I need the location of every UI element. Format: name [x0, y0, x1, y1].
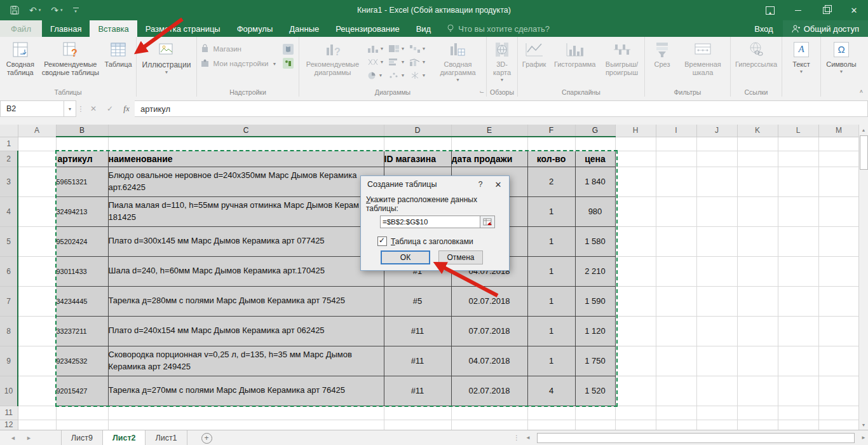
cell-date[interactable]: 02.07.2018 [451, 376, 527, 406]
col-header-I[interactable]: I [656, 125, 696, 137]
cell[interactable] [656, 137, 696, 151]
scroll-right-icon[interactable]: ► [859, 435, 868, 441]
cell-name[interactable]: Тарелка д=270мм с полями Марс Дымов Кера… [108, 376, 384, 406]
cell-date[interactable]: 04.07.2018 [451, 346, 527, 376]
cell[interactable] [18, 167, 56, 196]
text-button[interactable]: A Текст ▼ [784, 38, 818, 76]
cell[interactable] [656, 196, 696, 226]
cell[interactable] [778, 226, 818, 256]
cell[interactable] [451, 137, 527, 151]
col-header-A[interactable]: A [18, 125, 56, 137]
cell[interactable] [696, 137, 737, 151]
combo-chart-button[interactable]: ▼ [409, 56, 429, 67]
sparkline-winloss-button[interactable]: Выигрыш/ проигрыш [600, 38, 644, 79]
collapse-ribbon-icon[interactable]: ˄ [860, 88, 863, 95]
cell[interactable] [737, 376, 778, 406]
cancel-button[interactable]: Отмена [438, 250, 483, 264]
name-box-dropdown-icon[interactable]: ▼ [64, 100, 76, 117]
undo-dropdown-icon[interactable]: ▾ [39, 8, 41, 13]
name-box[interactable]: B2 [0, 100, 64, 117]
select-all-corner[interactable] [0, 125, 18, 137]
cell[interactable] [696, 376, 737, 406]
cell[interactable] [737, 256, 778, 286]
radar-chart-button[interactable]: ▼ [367, 56, 387, 67]
cell-date[interactable]: 07.07.2018 [451, 316, 527, 346]
cell[interactable] [778, 256, 818, 286]
tab-data[interactable]: Данные [281, 20, 327, 37]
cell[interactable] [384, 406, 451, 420]
row-header-8[interactable]: 8 [0, 316, 18, 346]
insert-function-icon[interactable]: fx [118, 100, 135, 117]
sheet-tab-list2[interactable]: Лист2 [103, 430, 146, 445]
row-header-4[interactable]: 4 [0, 196, 18, 226]
cell-qty[interactable]: 1 [527, 196, 575, 226]
tab-review[interactable]: Рецензирование [327, 20, 407, 37]
cell[interactable] [737, 286, 778, 316]
cell[interactable] [18, 196, 56, 226]
cell[interactable] [656, 167, 696, 196]
cell[interactable] [615, 226, 656, 256]
horizontal-scroll-thumb[interactable] [537, 433, 855, 443]
cell[interactable] [818, 406, 859, 420]
tab-insert[interactable]: Вставка [90, 20, 137, 37]
stock-chart-button[interactable]: ▼ [409, 69, 429, 81]
cell[interactable] [737, 137, 778, 151]
cell[interactable] [737, 167, 778, 196]
people-graph-addin-icon[interactable] [283, 58, 294, 69]
map3d-button[interactable]: 3D- карта ▼ [488, 38, 516, 85]
save-icon[interactable] [10, 6, 19, 15]
scroll-up-icon[interactable]: ▲ [859, 125, 868, 135]
cell[interactable] [18, 420, 56, 430]
tab-home[interactable]: Главная [42, 20, 90, 37]
cell-art[interactable]: 34234445 [56, 286, 108, 316]
tell-me-box[interactable]: Что вы хотите сделать? [447, 20, 550, 37]
cell-price[interactable]: 1 580 [575, 226, 615, 256]
symbols-button[interactable]: Ω Символы ▼ [822, 38, 860, 76]
vertical-scrollbar[interactable]: ▲ ▼ [858, 125, 868, 430]
cell-date[interactable]: 02.07.2018 [451, 286, 527, 316]
cell[interactable] [615, 376, 656, 406]
cell-qty[interactable]: 1 [527, 286, 575, 316]
cell-price[interactable]: 1 590 [575, 286, 615, 316]
cancel-entry-icon[interactable]: ✕ [85, 100, 102, 117]
range-selector-button[interactable] [480, 216, 495, 228]
cell-qty[interactable]: 2 [527, 167, 575, 196]
cell[interactable] [696, 420, 737, 430]
pivot-table-button[interactable]: Сводная таблица [1, 38, 40, 79]
cell[interactable] [615, 286, 656, 316]
hierarchy-chart-button[interactable]: ▼ [388, 43, 408, 54]
cell-art[interactable]: 93011433 [56, 256, 108, 286]
header-cell-date[interactable]: дата продажи [451, 151, 527, 167]
illustrations-button[interactable]: Иллюстрации ▼ [138, 38, 195, 77]
row-header-3[interactable]: 3 [0, 167, 18, 196]
cell[interactable] [737, 420, 778, 430]
cell[interactable] [18, 137, 56, 151]
cell[interactable] [696, 196, 737, 226]
cell[interactable] [56, 420, 108, 430]
cell[interactable] [818, 286, 859, 316]
cell-qty[interactable]: 1 [527, 316, 575, 346]
cell-shop[interactable]: #11 [384, 316, 451, 346]
ok-button[interactable]: ОК [381, 250, 430, 264]
cell[interactable] [818, 196, 859, 226]
cell[interactable] [778, 167, 818, 196]
cell-shop[interactable]: #11 [384, 346, 451, 376]
cell[interactable] [778, 316, 818, 346]
col-header-M[interactable]: M [818, 125, 859, 137]
cell-name[interactable]: Шала d=240, h=60мм Марс Дымов Керамика а… [108, 256, 384, 286]
cell-name[interactable]: Пиала малая d=110, h=55мм ручная отминка… [108, 196, 384, 226]
cell-price[interactable]: 2 210 [575, 256, 615, 286]
cell[interactable] [18, 406, 56, 420]
cell[interactable] [56, 406, 108, 420]
cell[interactable] [656, 226, 696, 256]
ribbon-display-options-icon[interactable]: ▴ [756, 0, 784, 20]
cell[interactable] [818, 346, 859, 376]
timeline-button[interactable]: Временная шкала [677, 38, 728, 79]
cell[interactable] [778, 420, 818, 430]
row-header-10[interactable]: 10 [0, 376, 18, 406]
headers-checkbox[interactable] [377, 236, 387, 246]
cell[interactable] [696, 256, 737, 286]
cell[interactable] [818, 151, 859, 167]
formula-input[interactable]: артикул [135, 100, 868, 117]
cell-name[interactable]: Блюдо овальное неровное d=240x350мм Марс… [108, 167, 384, 196]
